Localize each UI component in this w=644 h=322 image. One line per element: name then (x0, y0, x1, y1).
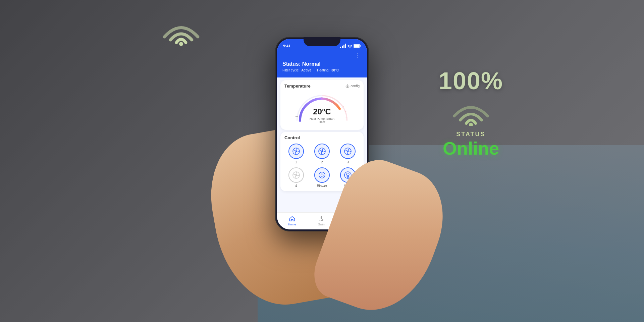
config-label: config (351, 84, 360, 88)
svg-point-0 (179, 42, 183, 46)
config-button[interactable]: config (345, 84, 360, 88)
control-section-title: Control (284, 135, 360, 140)
wifi-status-icon (347, 44, 352, 48)
blower-button[interactable] (314, 167, 330, 183)
home-icon (289, 215, 296, 222)
svg-point-25 (321, 216, 322, 217)
svg-rect-4 (360, 45, 361, 47)
svg-point-13 (321, 151, 323, 152)
status-bar-time: 9:41 (283, 44, 290, 48)
jet2-label: 2 (321, 160, 323, 164)
gauge-center-display: 20°C Heat Pump: Smart Heat (307, 107, 337, 124)
status-bar-icons (340, 44, 361, 48)
svg-point-6 (347, 86, 348, 87)
jet4-icon (292, 171, 301, 179)
status-divider (314, 69, 314, 72)
svg-point-1 (469, 123, 473, 126)
nav-home-label: Home (288, 223, 296, 226)
svg-point-17 (296, 174, 297, 176)
blower-label: Blower (317, 184, 327, 188)
swim-icon (318, 215, 325, 222)
nav-home[interactable]: Home (288, 215, 296, 226)
current-temperature: 20°C (307, 107, 337, 116)
signal-percentage: 100% (439, 67, 503, 95)
phone-hands-container: 9:41 (235, 37, 409, 305)
filter-label: Filter cycle: Active (282, 68, 311, 72)
temp-section-header: Temperature config (284, 84, 360, 89)
svg-point-11 (296, 151, 297, 152)
control-item-jet1: 1 (284, 144, 308, 164)
jet1-label: 1 (295, 160, 297, 164)
phone-notch (304, 37, 340, 46)
svg-point-20 (322, 175, 322, 175)
status-right-panel: 100% STATUS Online (439, 67, 503, 159)
jet4-label: 4 (295, 184, 297, 188)
jet1-icon (292, 147, 301, 156)
battery-icon (354, 44, 361, 48)
svg-point-2 (350, 47, 350, 48)
jet1-button[interactable] (288, 144, 304, 159)
jet3-label: 3 (347, 160, 349, 164)
control-item-jet4: 4 (284, 167, 308, 188)
jet2-button[interactable] (314, 144, 330, 159)
app-header-top: ⋮ (282, 52, 362, 59)
signal-icon (340, 44, 346, 48)
more-menu-button[interactable]: ⋮ (355, 52, 362, 59)
control-item-jet2: 2 (310, 144, 333, 164)
wifi-right-icon (439, 95, 503, 129)
scene-container: 100% STATUS Online 9:41 (0, 0, 644, 322)
control-item-jet3: 3 (336, 144, 360, 164)
gauge-minus: − (295, 114, 298, 120)
device-status-detail: Filter cycle: Active Heating: 38°C (282, 68, 362, 72)
nav-swim-label: Swin (318, 223, 325, 226)
device-status-title: Status: Normal (282, 61, 362, 67)
temperature-gauge: − 20°C Heat Pump: Smart Heat (292, 91, 352, 126)
status-label: STATUS (439, 131, 503, 138)
jet3-icon (343, 147, 352, 156)
nav-swim[interactable]: Swin (318, 215, 325, 226)
control-item-blower: Blower (310, 167, 333, 188)
status-online-value: Online (439, 138, 503, 159)
heat-pump-mode: Heat Pump: Smart Heat (307, 117, 337, 124)
temp-section-title: Temperature (284, 84, 311, 89)
jet4-button[interactable] (288, 167, 304, 183)
wifi-top-icon (161, 13, 201, 48)
app-header: ⋮ Status: Normal Filter cycle: Active He… (277, 50, 367, 77)
jet2-icon (318, 147, 326, 156)
heating-label: Heating: 38°C (317, 68, 339, 72)
svg-point-22 (346, 173, 349, 176)
jet3-button[interactable] (340, 144, 356, 159)
svg-point-15 (347, 151, 348, 152)
gear-icon (345, 84, 350, 88)
svg-rect-5 (354, 45, 360, 47)
blower-icon (318, 171, 326, 179)
temperature-section: Temperature config (280, 80, 364, 130)
wifi-top-svg (161, 13, 201, 47)
